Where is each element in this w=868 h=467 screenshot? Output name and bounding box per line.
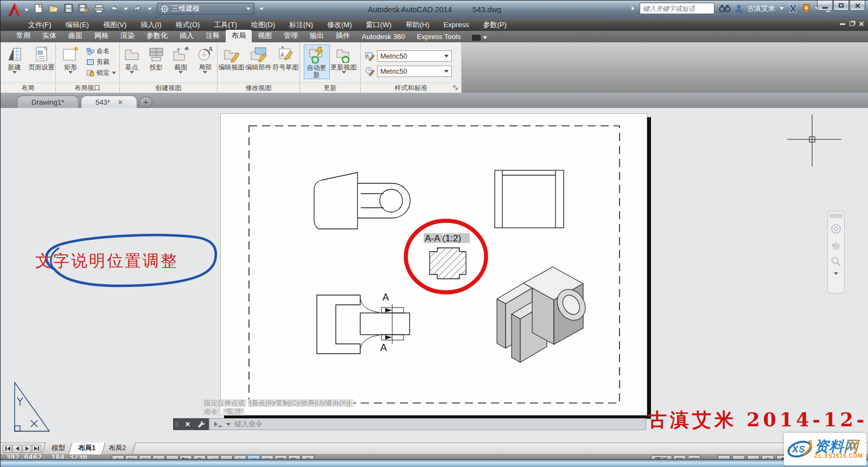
detail-style-select[interactable]: Metric50 [377,66,452,77]
menu-dimension[interactable]: 标注(N) [282,18,320,31]
window-controls [816,1,865,11]
file-tab-close-icon[interactable] [118,100,123,105]
detail-style-icon[interactable] [365,67,375,76]
new-layout-button[interactable]: 新建 [2,44,28,74]
doc-minimize-icon[interactable] [840,23,845,25]
ribbon-tab-home[interactable]: 常用 [10,30,36,42]
clip-viewport-button[interactable]: 剪裁 [85,57,118,67]
redo-caret-icon[interactable] [148,8,152,10]
symbol-sketch-button[interactable]: A 符号草图 [273,44,299,71]
menu-modify[interactable]: 修改(M) [320,18,359,31]
app-menu-button[interactable] [5,2,29,18]
detail-view-button[interactable]: A 局部 [194,44,217,74]
menu-file[interactable]: 文件(F) [21,18,59,31]
view-style-icon[interactable]: A [365,52,375,61]
user-caret-icon[interactable] [780,7,784,10]
communication-center-icon[interactable] [802,4,810,13]
command-customize-button[interactable] [195,418,209,430]
menu-tools[interactable]: 工具(T) [207,18,244,31]
menu-window[interactable]: 窗口(W) [359,18,399,31]
command-close-button[interactable] [181,418,195,430]
lock-viewport-button[interactable]: 锁定 [85,68,118,78]
undo-caret-icon[interactable] [124,8,128,10]
prev-layout-button[interactable] [12,445,22,453]
file-tab-drawing1[interactable]: Drawing1* [17,95,79,108]
ribbon-tab-autodesk360[interactable]: Autodesk 360 [356,31,411,42]
plot-icon[interactable] [94,4,104,14]
menu-draw[interactable]: 绘图(D) [244,18,282,31]
infocenter-collapse-icon[interactable] [632,7,635,11]
qat-overflow-caret-icon[interactable] [259,8,264,10]
ribbon-tab-expresstools[interactable]: Express Tools [411,31,467,42]
edit-component-button[interactable]: 编辑部件 [246,44,272,71]
last-layout-button[interactable] [32,445,41,453]
menu-view[interactable]: 视图(V) [96,18,133,31]
save-as-icon[interactable] [78,4,89,14]
view-style-select[interactable]: Metric50 [377,50,452,62]
command-input[interactable]: 键入命令 [209,418,646,430]
menu-edit[interactable]: 编辑(E) [59,18,96,31]
doc-close-icon[interactable] [859,21,864,27]
base-view-icon [123,46,141,63]
base-view-button[interactable]: 基点 [120,44,143,74]
dialog-launcher-icon[interactable] [453,85,458,91]
section-view-button[interactable]: A 截面 [169,44,193,74]
undo-icon[interactable] [109,4,119,13]
maximize-button[interactable] [833,1,849,11]
workspace-selector[interactable]: 三维建模 [157,3,254,15]
navbar-caret-icon[interactable] [834,272,838,275]
recent-commands-caret-icon[interactable] [226,423,231,426]
menu-format[interactable]: 格式(O) [169,18,207,31]
next-layout-button[interactable] [22,445,31,453]
navbar-handle[interactable] [829,214,843,218]
file-tab-543[interactable]: 543* [81,95,137,108]
ribbon-tab-parametric[interactable]: 参数化 [141,30,174,42]
rect-viewport-button[interactable]: 矩形 [58,44,84,74]
ribbon-tab-insert[interactable]: 插入 [174,30,200,42]
named-viewport-button[interactable]: 命名 [85,46,118,56]
new-drawing-tab-button[interactable] [139,97,152,107]
navigation-bar[interactable] [827,211,845,293]
exchange-x-icon[interactable] [788,4,798,13]
menu-express[interactable]: Express [437,19,476,30]
menu-help[interactable]: 帮助(H) [399,18,437,31]
ribbon-tab-output[interactable]: 输出 [304,30,330,42]
first-layout-button[interactable] [3,445,12,453]
command-line-grip[interactable]: ⣿ [173,418,181,430]
edit-view-button[interactable]: 编辑视图 [219,44,245,71]
panel-label-layout: 布局 [1,82,55,93]
ribbon-tab-mesh[interactable]: 网格 [88,30,114,42]
signed-in-user[interactable]: 古滇艾米 [747,4,775,14]
minimize-button[interactable] [817,1,833,11]
open-file-icon[interactable] [48,4,59,14]
drawing-canvas[interactable]: A A A-A (1:2) [1,108,868,443]
save-icon[interactable] [64,4,73,14]
command-line[interactable]: ⣿ 键入命令 [173,418,646,430]
app-title: Autodesk AutoCAD 2014 [368,5,452,14]
menu-parametric[interactable]: 参数(P) [476,18,514,31]
ribbon-tab-render[interactable]: 渲染 [114,30,141,42]
ribbon-tab-view[interactable]: 视图 [252,30,278,42]
pan-hand-icon[interactable] [831,240,841,251]
tab-layout1[interactable]: 布局1 [68,443,106,455]
ribbon-tab-solid[interactable]: 实体 [36,30,62,42]
ribbon-tab-manage[interactable]: 管理 [278,30,304,42]
ribbon-tab-annotate[interactable]: 注释 [200,30,226,42]
search-binoculars-icon[interactable] [719,4,731,13]
ribbon-tab-surface[interactable]: 曲面 [62,30,88,42]
zoom-icon[interactable] [831,256,841,267]
ribbon-tab-layout[interactable]: 布局 [226,30,252,42]
redo-icon[interactable] [133,4,143,13]
update-view-button[interactable]: 更新视图 [331,44,357,74]
close-button[interactable] [850,1,865,11]
page-setup-button[interactable]: 页面设置 [29,44,55,71]
doc-restore-icon[interactable] [850,22,854,26]
steering-wheel-icon[interactable] [831,223,841,234]
ribbon-tab-plugins[interactable]: 插件 [330,30,356,42]
auto-update-button[interactable]: 自动更新 [304,44,330,79]
projected-view-button[interactable]: 投影 [144,44,168,71]
ribbon-options[interactable] [472,35,487,41]
menu-insert[interactable]: 插入(I) [133,18,168,31]
new-file-icon[interactable] [34,4,43,14]
search-input[interactable] [640,3,714,14]
